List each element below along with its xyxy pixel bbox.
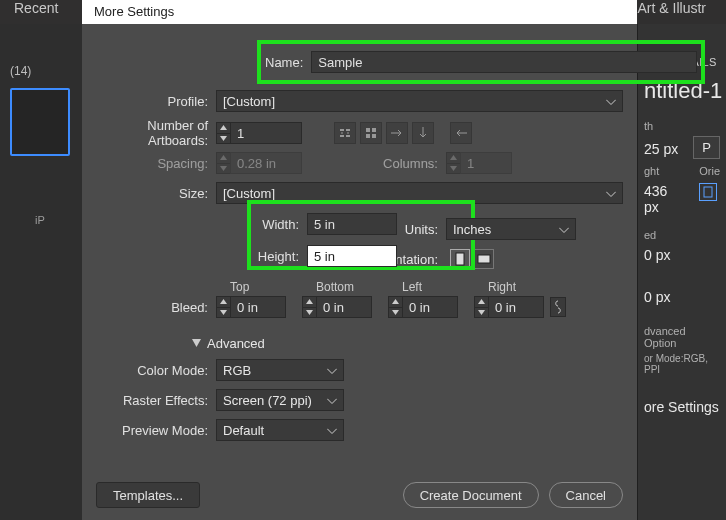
arrow-right-icon[interactable]	[386, 122, 408, 144]
profile-dropdown[interactable]: [Custom]	[216, 90, 623, 112]
size-label: Size:	[96, 186, 216, 201]
svg-rect-6	[478, 255, 490, 263]
units-dropdown[interactable]: Inches	[446, 218, 576, 240]
name-highlight: Name:	[257, 40, 705, 84]
spacing-label: Spacing:	[96, 156, 216, 171]
spacing-stepper	[216, 152, 230, 174]
rp-zero1: 0 px	[644, 247, 720, 263]
rp-bleed-lbl: ed	[644, 229, 720, 241]
color-mode-label: Color Mode:	[96, 363, 216, 378]
templates-button[interactable]: Templates...	[96, 482, 200, 508]
recent-tab[interactable]: Recent	[14, 0, 58, 24]
bleed-left-stepper[interactable]	[388, 296, 402, 318]
cancel-button[interactable]: Cancel	[549, 482, 623, 508]
rp-height-lbl: ght	[644, 165, 679, 177]
width-input[interactable]	[307, 213, 397, 235]
preset-details-panel: SET DETAILS ntitled-1 th 25 px P ght 436…	[638, 24, 726, 520]
grid-col-icon[interactable]	[360, 122, 382, 144]
bleed-right-stepper[interactable]	[474, 296, 488, 318]
name-label: Name:	[265, 55, 311, 70]
link-icon[interactable]	[550, 297, 566, 317]
svg-rect-0	[704, 187, 712, 197]
svg-rect-1	[366, 128, 370, 132]
bleed-top-label: Top	[216, 280, 302, 294]
advanced-label: Advanced	[207, 336, 265, 351]
svg-rect-2	[372, 128, 376, 132]
bleed-headers: Top Bottom Left Right	[216, 280, 623, 294]
bleed-bottom-label: Bottom	[302, 280, 388, 294]
orientation-landscape-icon[interactable]	[474, 249, 494, 269]
bleed-right-input[interactable]	[488, 296, 544, 318]
rp-height-val: 436 px	[644, 183, 679, 215]
svg-rect-3	[366, 134, 370, 138]
thumb-label: iP	[35, 214, 82, 226]
advanced-toggle[interactable]: Advanced	[192, 336, 623, 351]
bleed-top-input[interactable]	[230, 296, 286, 318]
rp-more[interactable]: ore Settings	[644, 399, 720, 415]
chevron-down-icon	[606, 186, 616, 201]
columns-input	[460, 152, 512, 174]
spacing-input	[230, 152, 302, 174]
bleed-bottom-input[interactable]	[316, 296, 372, 318]
bleed-bottom-stepper[interactable]	[302, 296, 316, 318]
rp-orient-lbl: Orie	[699, 165, 720, 177]
chevron-down-icon	[327, 363, 337, 378]
columns-label: Columns:	[302, 156, 446, 171]
left-sidebar: (14) iP	[0, 24, 82, 520]
bleed-left-input[interactable]	[402, 296, 458, 318]
portrait-icon[interactable]	[699, 183, 717, 201]
profile-label: Profile:	[96, 94, 216, 109]
chevron-down-icon	[327, 423, 337, 438]
artboards-label: Number of Artboards:	[96, 118, 216, 148]
height-label: Height:	[255, 249, 307, 264]
width-height-highlight: Width: Height:	[247, 200, 475, 270]
units-button[interactable]: P	[693, 136, 720, 159]
artboard-layout-icons	[334, 122, 472, 144]
recent-thumbnail[interactable]	[10, 88, 70, 156]
profile-value: [Custom]	[223, 94, 275, 109]
rp-width-lbl: th	[644, 120, 720, 132]
arrow-down-icon[interactable]	[412, 122, 434, 144]
more-settings-dialog: More Settings Name: Profile: [Custom] Nu…	[82, 0, 637, 520]
grid-row-icon[interactable]	[334, 122, 356, 144]
height-input[interactable]	[307, 245, 397, 267]
color-mode-dropdown[interactable]: RGB	[216, 359, 344, 381]
arrow-left-icon[interactable]	[450, 122, 472, 144]
dialog-buttons: Templates... Create Document Cancel	[96, 482, 623, 508]
bleed-top-stepper[interactable]	[216, 296, 230, 318]
chevron-down-icon	[559, 222, 569, 237]
rp-mode: or Mode:RGB, PPI	[644, 353, 720, 375]
artboards-input[interactable]	[230, 122, 302, 144]
columns-stepper	[446, 152, 460, 174]
svg-rect-4	[372, 134, 376, 138]
bleed-label: Bleed:	[96, 300, 216, 315]
chevron-down-icon	[606, 94, 616, 109]
recent-count: (14)	[10, 64, 82, 78]
dialog-title: More Settings	[82, 0, 637, 24]
rp-zero2: 0 px	[644, 289, 720, 305]
create-document-button[interactable]: Create Document	[403, 482, 539, 508]
units-value: Inches	[453, 222, 491, 237]
preview-mode-value: Default	[223, 423, 264, 438]
bleed-left-label: Left	[388, 280, 474, 294]
rp-adv: dvanced Option	[644, 325, 720, 349]
width-label: Width:	[255, 217, 307, 232]
art-tab[interactable]: Art & Illustr	[638, 0, 706, 24]
name-input[interactable]	[311, 51, 697, 73]
size-value: [Custom]	[223, 186, 275, 201]
raster-label: Raster Effects:	[96, 393, 216, 408]
bleed-right-label: Right	[474, 280, 560, 294]
preview-mode-dropdown[interactable]: Default	[216, 419, 344, 441]
raster-value: Screen (72 ppi)	[223, 393, 312, 408]
raster-dropdown[interactable]: Screen (72 ppi)	[216, 389, 344, 411]
preview-mode-label: Preview Mode:	[96, 423, 216, 438]
triangle-down-icon	[192, 339, 201, 348]
rp-width-val: 25 px	[644, 141, 678, 157]
artboards-stepper[interactable]	[216, 122, 230, 144]
color-mode-value: RGB	[223, 363, 251, 378]
chevron-down-icon	[327, 393, 337, 408]
